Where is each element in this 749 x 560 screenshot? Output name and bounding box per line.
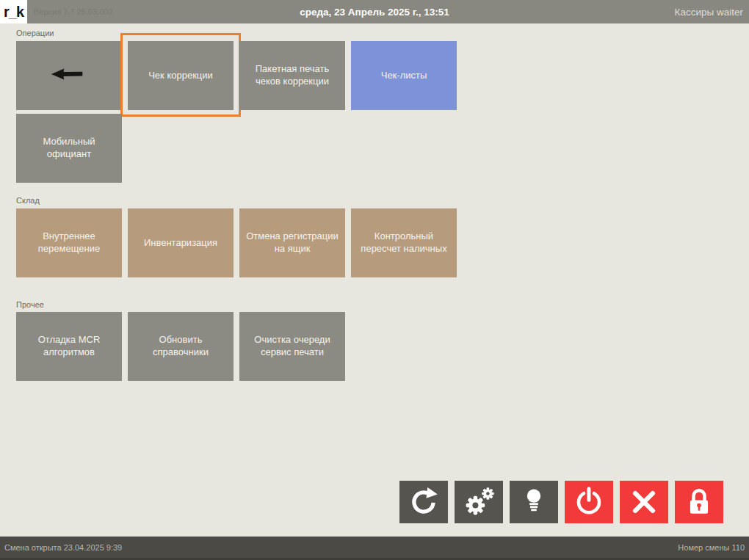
power-icon <box>573 487 604 517</box>
update-references-button[interactable]: Обновить справочники <box>128 312 234 381</box>
correction-receipt-label: Чек коррекции <box>148 70 213 82</box>
cancel-drawer-registration-label: Отмена регистрации на ящик <box>245 230 340 255</box>
shift-opened-label: Смена открыта 23.04.2025 9:39 <box>4 543 122 552</box>
rkeeper-logo: r_k <box>0 0 27 23</box>
lock-button[interactable] <box>675 481 723 523</box>
section-label-operations: Операции <box>16 28 733 38</box>
refresh-icon <box>408 487 439 517</box>
action-bar <box>399 481 723 523</box>
version-label: Версия 7.7 25.03.002 <box>34 7 113 16</box>
back-button[interactable] <box>16 41 122 110</box>
other-row: Отладка MCR алгоритмов Обновить справочн… <box>16 312 733 381</box>
lightbulb-icon <box>519 486 549 518</box>
cashier-label[interactable]: Кассиры waiter <box>675 7 749 18</box>
operations-row-2: Мобильный официант <box>16 114 733 183</box>
checklists-button[interactable]: Чек-листы <box>351 41 457 110</box>
logo-underscore: _ <box>9 4 16 21</box>
mobile-waiter-button[interactable]: Мобильный официант <box>16 114 122 183</box>
internal-transfer-button[interactable]: Внутреннее перемещение <box>16 208 122 277</box>
mobile-waiter-label: Мобильный официант <box>21 136 117 161</box>
cancel-drawer-registration-button[interactable]: Отмена регистрации на ящик <box>239 208 345 277</box>
warehouse-row: Внутреннее перемещение Инвентаризация От… <box>16 208 733 277</box>
batch-print-correction-label: Пакетная печать чеков коррекции <box>245 63 340 88</box>
lock-icon <box>684 487 714 517</box>
batch-print-correction-button[interactable]: Пакетная печать чеков коррекции <box>239 41 345 110</box>
shift-number-label: Номер смены 110 <box>678 543 745 552</box>
mcr-debug-button[interactable]: Отладка MCR алгоритмов <box>16 312 122 381</box>
refresh-button[interactable] <box>399 481 448 523</box>
operations-row-1: Чек коррекции Пакетная печать чеков корр… <box>16 41 733 110</box>
logo-k: k <box>16 4 23 21</box>
cash-recount-button[interactable]: Контрольный пересчет наличных <box>351 208 457 277</box>
cash-recount-label: Контрольный пересчет наличных <box>356 230 452 255</box>
gears-icon <box>463 486 495 518</box>
section-label-other: Прочее <box>16 299 733 310</box>
top-bar: r_k Версия 7.7 25.03.002 среда, 23 Апрел… <box>0 0 749 23</box>
lamp-button[interactable] <box>510 481 558 523</box>
logo-r: r <box>4 4 9 21</box>
status-bar: Смена открыта 23.04.2025 9:39 Номер смен… <box>0 537 749 560</box>
update-references-label: Обновить справочники <box>133 334 228 359</box>
internal-transfer-label: Внутреннее перемещение <box>21 230 117 255</box>
power-button[interactable] <box>565 481 613 523</box>
pos-main-screen: r_k Версия 7.7 25.03.002 среда, 23 Апрел… <box>0 0 749 560</box>
correction-receipt-button[interactable]: Чек коррекции <box>128 41 234 110</box>
settings-button[interactable] <box>455 481 503 523</box>
inventory-button[interactable]: Инвентаризация <box>128 208 234 277</box>
clear-print-queue-label: Очистка очереди сервис печати <box>245 334 340 359</box>
clear-print-queue-button[interactable]: Очистка очереди сервис печати <box>239 312 345 381</box>
close-button[interactable] <box>620 481 668 523</box>
section-label-warehouse: Склад <box>16 195 733 206</box>
mcr-debug-label: Отладка MCR алгоритмов <box>21 334 117 359</box>
checklists-label: Чек-листы <box>381 70 427 82</box>
main-content: Операции Чек коррекции Пакетная печать ч… <box>16 23 733 381</box>
close-icon <box>630 488 658 516</box>
arrow-left-icon <box>51 66 87 86</box>
inventory-label: Инвентаризация <box>144 237 217 250</box>
